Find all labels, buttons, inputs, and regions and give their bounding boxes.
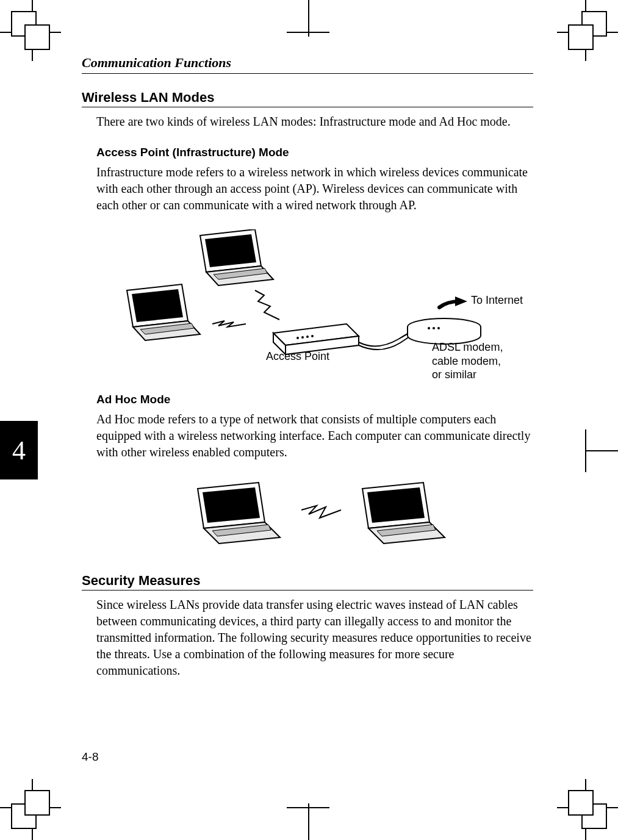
subheading-adhoc-mode: Ad Hoc Mode: [96, 393, 533, 406]
svg-point-1: [301, 336, 304, 339]
section-heading-security: Security Measures: [82, 573, 533, 591]
adhoc-svg: [167, 476, 509, 556]
page: 4 Communication Functions Wireless LAN M…: [0, 0, 618, 840]
crop-mark: [287, 807, 329, 808]
laptop-icon: [198, 483, 280, 544]
infrastructure-diagram: Access Point To Internet ADSL modem, cab…: [96, 229, 530, 376]
body-security: Since wireless LANs provide data transfe…: [96, 597, 533, 679]
chapter-tab: 4: [0, 421, 38, 479]
label-modem-line2: cable modem,: [432, 355, 501, 367]
adhoc-diagram: [167, 476, 509, 556]
subheading-access-point-mode: Access Point (Infrastructure) Mode: [96, 146, 533, 159]
label-to-internet: To Internet: [471, 294, 523, 307]
wireless-zigzag-icon: [301, 506, 341, 518]
section-heading-wlan-modes: Wireless LAN Modes: [82, 90, 533, 107]
svg-point-0: [296, 337, 299, 339]
svg-point-6: [433, 327, 435, 329]
label-modem-line1: ADSL modem,: [432, 341, 503, 353]
crop-mark: [308, 803, 309, 840]
label-access-point: Access Point: [266, 350, 329, 363]
crop-mark: [586, 450, 618, 451]
svg-point-2: [306, 336, 309, 338]
label-modem: ADSL modem, cable modem, or similar: [432, 340, 503, 382]
wireless-zigzag-icon: [212, 321, 246, 327]
chapter-title: Communication Functions: [82, 55, 533, 74]
crop-square: [568, 24, 594, 50]
laptop-icon: [362, 483, 445, 544]
section-intro: There are two kinds of wireless LAN mode…: [96, 113, 533, 130]
crop-square: [24, 24, 50, 50]
page-number: 4-8: [82, 750, 98, 764]
label-modem-line3: or similar: [432, 368, 476, 381]
svg-point-3: [311, 335, 314, 337]
content-area: Communication Functions Wireless LAN Mod…: [82, 55, 533, 695]
internet-arrow-icon: [439, 296, 467, 307]
crop-mark: [308, 0, 309, 37]
svg-point-7: [437, 327, 440, 329]
crop-square: [24, 790, 50, 816]
wireless-zigzag-icon: [255, 290, 279, 320]
body-access-point-mode: Infrastructure mode refers to a wireless…: [96, 164, 533, 214]
crop-mark: [585, 429, 586, 472]
laptop-icon: [200, 229, 273, 285]
crop-mark: [287, 32, 329, 33]
svg-point-5: [428, 327, 430, 329]
body-adhoc-mode: Ad Hoc mode refers to a type of network …: [96, 411, 533, 461]
laptop-icon: [127, 284, 200, 340]
crop-square: [568, 790, 594, 816]
